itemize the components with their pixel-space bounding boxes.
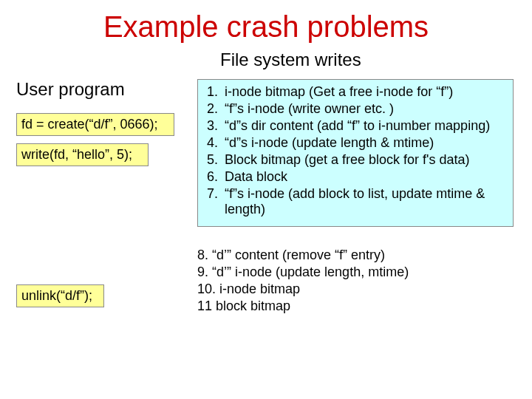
- step-10: 10. i-node bitmap: [197, 282, 508, 297]
- step-9: 9. “d’” i-node (update length, mtime): [197, 265, 508, 280]
- code-unlink: unlink(“d/f”);: [16, 284, 104, 307]
- code-create: fd = create(“d/f”, 0666);: [16, 113, 174, 136]
- code-write: write(fd, “hello”, 5);: [16, 143, 149, 166]
- step-1: i-node bitmap (Get a free i-node for “f”…: [222, 84, 507, 100]
- unlink-steps: 8. “d’” content (remove “f” entry) 9. “d…: [197, 248, 508, 314]
- slide-title: Example crash problems: [0, 10, 532, 44]
- right-column: i-node bitmap (Get a free i-node for “f”…: [190, 79, 516, 316]
- step-7: “f”s i-node (add block to list, update m…: [222, 186, 507, 217]
- step-2: “f”s i-node (write owner etc. ): [222, 101, 507, 117]
- step-5: Block bitmap (get a free block for f's d…: [222, 152, 507, 168]
- section-subtitle: File system writes: [220, 50, 532, 70]
- step-11: 11 block bitmap: [197, 299, 508, 314]
- step-8: 8. “d’” content (remove “f” entry): [197, 248, 508, 263]
- left-column: User program fd = create(“d/f”, 0666); w…: [16, 79, 190, 316]
- step-3: “d”s dir content (add “f” to i-number ma…: [222, 118, 507, 134]
- content-area: User program fd = create(“d/f”, 0666); w…: [0, 79, 532, 316]
- fs-writes-box: i-node bitmap (Get a free i-node for “f”…: [197, 79, 514, 227]
- step-4: “d”s i-node (update length & mtime): [222, 135, 507, 151]
- step-6: Data block: [222, 169, 507, 185]
- user-program-heading: User program: [16, 79, 190, 100]
